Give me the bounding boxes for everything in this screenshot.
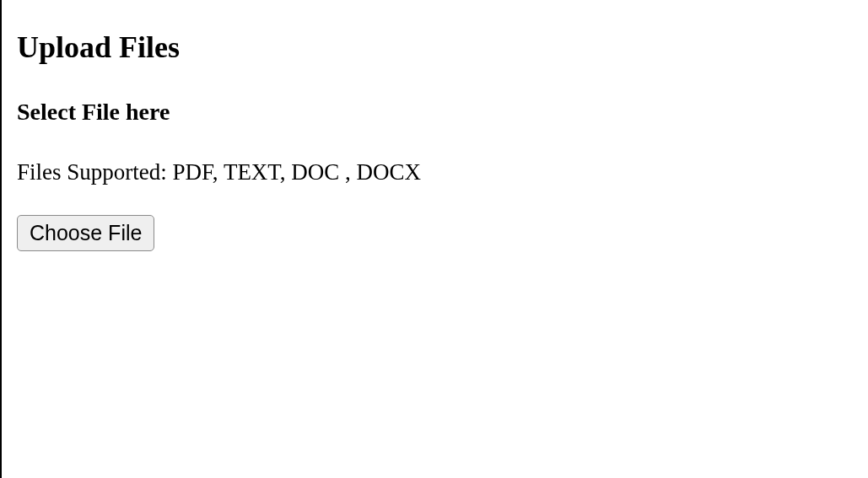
select-file-subtitle: Select File here [17, 99, 853, 126]
supported-files-text: Files Supported: PDF, TEXT, DOC , DOCX [17, 159, 853, 185]
page-title: Upload Files [17, 30, 853, 65]
choose-file-button[interactable]: Choose File [17, 215, 154, 251]
